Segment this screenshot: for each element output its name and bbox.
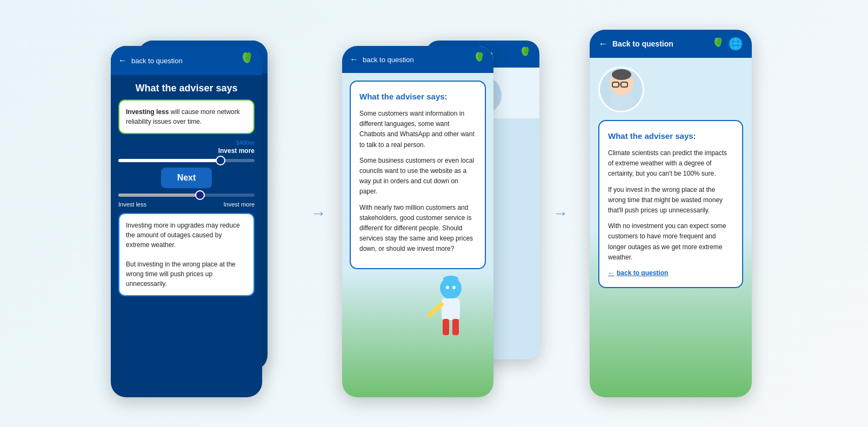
svg-point-23 bbox=[729, 37, 742, 50]
adviser-title: What the adviser says bbox=[118, 75, 255, 99]
arrow-2: → bbox=[553, 205, 568, 222]
slider-thumb-1[interactable] bbox=[216, 156, 225, 165]
adviser-para-2: Some business customers or even local co… bbox=[359, 156, 476, 197]
p2b-leaf-icon bbox=[518, 46, 532, 60]
amount-label: $400m bbox=[118, 139, 255, 146]
p2f-back-label: back to question bbox=[363, 56, 414, 64]
adviser-p3-1: Climate scientists can predict the impac… bbox=[608, 148, 733, 179]
phone-1-front-body: What the adviser says Investing less wil… bbox=[111, 75, 262, 304]
svg-point-14 bbox=[443, 276, 458, 282]
phone-2-front-body: What the adviser says: Some customers wa… bbox=[342, 73, 493, 397]
slider-thumb-2[interactable] bbox=[195, 190, 205, 200]
phone-group-2: ← back to question bbox=[342, 30, 537, 397]
adviser-avatar-row bbox=[598, 66, 743, 112]
svg-rect-17 bbox=[452, 319, 459, 335]
p2f-back-arrow-icon: ← bbox=[350, 55, 358, 64]
slider-labels-2: Invest less Invest more bbox=[118, 201, 255, 208]
character-area bbox=[350, 275, 486, 350]
slider-track-2[interactable] bbox=[118, 194, 255, 197]
svg-point-19 bbox=[446, 286, 449, 289]
adviser-card-3-title: What the adviser says: bbox=[608, 130, 733, 143]
back-to-question-link[interactable]: ← back to question bbox=[608, 268, 733, 278]
phone-3-header: ← Back to question bbox=[590, 30, 752, 58]
invest-more-text-2: But investing in the wrong place at the … bbox=[126, 261, 236, 288]
adviser-card-2: What the adviser says: Some customers wa… bbox=[350, 81, 486, 269]
slider-fill-1 bbox=[118, 159, 221, 162]
svg-rect-16 bbox=[443, 319, 449, 335]
arrow-1: → bbox=[311, 205, 326, 222]
phone-2-front: ← back to question What the adviser says… bbox=[342, 46, 493, 397]
invest-more-label-top: Invest more bbox=[218, 147, 255, 155]
back-link-text: back to question bbox=[617, 268, 668, 278]
svg-rect-31 bbox=[611, 95, 632, 111]
svg-line-18 bbox=[429, 304, 442, 315]
adviser-card-2-title: What the adviser says: bbox=[359, 90, 476, 103]
card-invest-more: Investing more in upgrades may reduce th… bbox=[118, 213, 255, 296]
card-invest-less: Investing less will cause more network r… bbox=[118, 99, 255, 134]
adviser-p3-3: With no investment you can expect some c… bbox=[608, 221, 733, 263]
adviser-person-icon bbox=[603, 68, 640, 111]
header-leaf-icon bbox=[238, 51, 255, 70]
arrow-icon-2: → bbox=[553, 205, 568, 222]
p3-back-label: Back to question bbox=[612, 39, 673, 48]
arrow-icon-1: → bbox=[311, 205, 326, 222]
phone-3-body: What the adviser says: Climate scientist… bbox=[590, 58, 752, 297]
invest-more-bold: Investing more bbox=[126, 222, 169, 229]
phone-1-front: ← back to question What the adviser says… bbox=[111, 46, 262, 397]
next-button[interactable]: Next bbox=[161, 168, 212, 188]
character-figure-icon bbox=[426, 275, 475, 350]
slider-section-2: Invest less Invest more bbox=[118, 194, 255, 208]
slider-fill-2 bbox=[118, 194, 200, 197]
p3-header-icons bbox=[711, 36, 743, 51]
svg-rect-15 bbox=[442, 298, 460, 320]
adviser-para-1: Some customers want information in diffe… bbox=[359, 109, 476, 150]
adviser-card-3: What the adviser says: Climate scientist… bbox=[598, 120, 743, 288]
slider-track-1[interactable] bbox=[118, 159, 255, 162]
phone-1-front-header: ← back to question bbox=[111, 46, 262, 75]
back-link-arrow-icon: ← bbox=[608, 268, 615, 278]
invest-less-label: Invest less bbox=[118, 201, 146, 208]
p2f-leaf-icon bbox=[472, 51, 486, 65]
invest-more-label-bottom: Invest more bbox=[224, 201, 255, 208]
phone-3: ← Back to question bbox=[590, 30, 752, 397]
adviser-p3-2: If you invest in the wrong place at the … bbox=[608, 185, 733, 216]
invest-less-bold: Investing less bbox=[126, 108, 169, 116]
phone-group-1: Task 3 Climate change is expected to cau… bbox=[111, 30, 295, 397]
back-to-question-label: back to question bbox=[131, 57, 183, 65]
adviser-avatar bbox=[598, 66, 644, 112]
earth-icon bbox=[728, 36, 743, 51]
p3-leaf-icon bbox=[711, 37, 725, 51]
svg-point-27 bbox=[612, 69, 631, 80]
scene: Task 3 Climate change is expected to cau… bbox=[0, 0, 868, 427]
leaf-header-icon bbox=[238, 51, 255, 68]
back-arrow-icon: ← bbox=[118, 56, 127, 65]
slider-section-1: $400m Invest more bbox=[118, 139, 255, 162]
adviser-para-3: With nearly two million customers and st… bbox=[359, 203, 476, 255]
svg-point-20 bbox=[452, 286, 456, 289]
phone-2-front-header: ← back to question bbox=[342, 46, 493, 73]
p3-back-arrow-icon: ← bbox=[598, 38, 608, 50]
phone-group-3: ← Back to question bbox=[584, 30, 757, 397]
